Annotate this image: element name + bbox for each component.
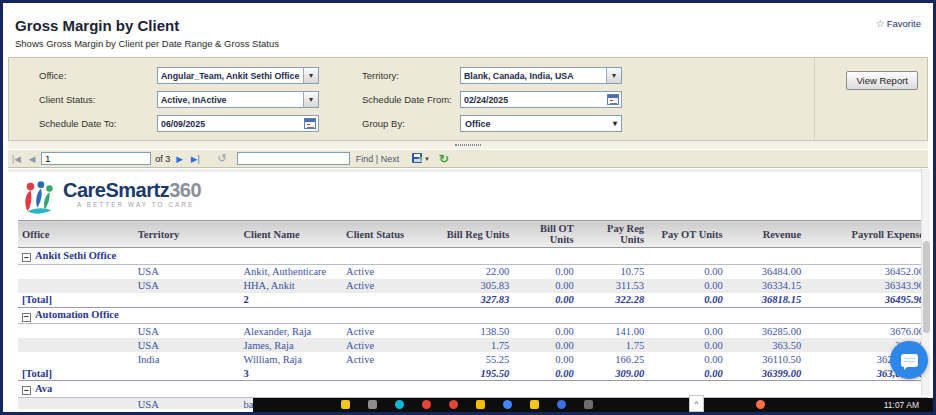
back-to-parent-icon[interactable]: ↺ xyxy=(218,152,227,165)
collapse-group-icon[interactable]: − xyxy=(22,253,31,262)
total-value-cell: 0.00 xyxy=(519,366,583,381)
total-value-cell: 309.00 xyxy=(584,366,654,381)
value-cell: 0.00 xyxy=(519,352,583,366)
group-header-row: −Ankit Sethi Office xyxy=(18,248,928,265)
schedule-date-from-input[interactable] xyxy=(461,92,605,107)
office-cell xyxy=(18,397,134,409)
first-page-icon[interactable]: |◀ xyxy=(12,154,21,164)
value-cell: 363.50 xyxy=(733,338,812,352)
schedule-date-from-field[interactable] xyxy=(460,91,622,108)
collapse-group-icon[interactable]: − xyxy=(22,313,31,322)
app-icon[interactable] xyxy=(449,400,458,409)
value-cell: 10.75 xyxy=(584,264,654,279)
brand-name: CareSmartz360 xyxy=(63,179,201,201)
value-cell: 0.00 xyxy=(519,338,583,352)
find-next-separator: | xyxy=(376,154,378,164)
app-icon[interactable] xyxy=(395,400,404,409)
group-total-row: [Total]3195.500.00309.000.0036399.00363,… xyxy=(18,366,928,381)
value-cell: 138.50 xyxy=(437,324,520,339)
page-title: Gross Margin by Client xyxy=(15,17,179,34)
territory-combobox[interactable]: ▾ xyxy=(460,67,622,84)
client-status-combobox[interactable]: ▾ xyxy=(157,91,319,108)
total-value-cell: 36399.00 xyxy=(733,366,812,381)
group-total-row: [Total]2327.830.00322.280.0036818.153649… xyxy=(18,293,928,308)
office-combobox[interactable]: ▾ xyxy=(157,67,319,84)
current-page-input[interactable] xyxy=(41,152,151,165)
group-by-select[interactable]: Office ▾ xyxy=(460,115,622,132)
office-input[interactable] xyxy=(158,68,303,83)
params-splitter[interactable] xyxy=(8,141,928,149)
client-row: USAAnkit, AuthenticareActive22.000.0010.… xyxy=(18,264,928,279)
splitter-handle-icon[interactable] xyxy=(455,144,481,146)
app-icon[interactable] xyxy=(476,400,485,409)
office-cell xyxy=(18,338,134,352)
scrollbar-thumb[interactable] xyxy=(923,241,930,333)
app-icon[interactable] xyxy=(557,400,566,409)
favorite-button[interactable]: ☆Favorite xyxy=(876,18,921,29)
total-value-cell: 322.28 xyxy=(584,293,654,308)
show-hidden-icons-button[interactable]: ^ xyxy=(689,395,704,412)
client-status-cell: Active xyxy=(342,279,437,293)
value-cell: 0.00 xyxy=(654,352,733,366)
panel-divider xyxy=(814,58,815,140)
client-status-cell xyxy=(342,366,437,381)
find-link[interactable]: Find xyxy=(356,154,374,164)
report-body: CareSmartz360 A BETTER WAY TO CARE Offic… xyxy=(8,169,928,409)
territory-input[interactable] xyxy=(461,68,606,83)
client-status-input[interactable] xyxy=(158,92,303,107)
find-next-link[interactable]: Next xyxy=(381,154,400,164)
next-page-icon[interactable]: ▶ xyxy=(176,154,183,164)
total-value-cell: 36818.15 xyxy=(733,293,812,308)
client-count-cell: 2 xyxy=(239,293,342,308)
find-text-input[interactable] xyxy=(237,152,350,165)
schedule-date-to-input[interactable] xyxy=(158,116,302,131)
refresh-icon[interactable]: ↻ xyxy=(439,152,449,166)
chevron-down-icon[interactable]: ▾ xyxy=(303,68,318,83)
value-cell: 0.00 xyxy=(654,338,733,352)
brand-suffix: 360 xyxy=(169,179,201,201)
save-disk-icon xyxy=(411,152,424,165)
column-header: Territory xyxy=(134,221,240,248)
chevron-down-icon[interactable]: ▾ xyxy=(606,68,621,83)
column-header: Client Status xyxy=(342,221,437,248)
windows-taskbar: ^ 11:07 AM xyxy=(253,398,933,412)
territory-cell: USA xyxy=(134,338,240,352)
tray-app-icon[interactable] xyxy=(756,400,765,409)
column-header: Payroll Expense xyxy=(811,221,928,248)
calendar-icon[interactable] xyxy=(302,116,318,131)
client-row: USAHHA, AnkitActive305.830.00311.530.003… xyxy=(18,279,928,293)
total-value-cell: 327.83 xyxy=(437,293,520,308)
page-count-label: of 3 xyxy=(155,154,170,164)
report-window: Gross Margin by Client Shows Gross Margi… xyxy=(0,0,936,415)
app-icon[interactable] xyxy=(584,400,593,409)
app-icon[interactable] xyxy=(341,400,350,409)
calendar-icon[interactable] xyxy=(605,92,621,107)
report-toolbar: |◀ ◀ of 3 ▶ ▶| ↺ Find | Next ▾ ↻ xyxy=(8,149,928,168)
value-cell: 0.00 xyxy=(654,279,733,293)
office-cell xyxy=(18,264,134,279)
group-name: Ava xyxy=(35,383,52,394)
territory-cell: USA xyxy=(134,397,240,409)
app-icon[interactable] xyxy=(530,400,539,409)
view-report-button[interactable]: View Report xyxy=(846,71,918,90)
column-header: Client Name xyxy=(239,221,342,248)
column-header: Revenue xyxy=(733,221,812,248)
previous-page-icon[interactable]: ◀ xyxy=(29,154,36,164)
chevron-down-icon[interactable]: ▾ xyxy=(303,92,318,107)
total-value-cell: 195.50 xyxy=(437,366,520,381)
column-header: Bill OT Units xyxy=(519,221,583,248)
export-button[interactable]: ▾ xyxy=(411,152,429,165)
app-icon[interactable] xyxy=(422,400,431,409)
last-page-icon[interactable]: ▶| xyxy=(191,154,200,164)
app-icon[interactable] xyxy=(503,400,512,409)
value-cell: 36484.00 xyxy=(733,264,812,279)
value-cell: 36343.90 xyxy=(811,279,928,293)
app-icon[interactable] xyxy=(368,400,377,409)
schedule-date-to-field[interactable] xyxy=(157,115,319,132)
territory-label: Territory: xyxy=(362,70,460,81)
chat-widget-button[interactable] xyxy=(890,341,928,379)
value-cell: 1.75 xyxy=(437,338,520,352)
client-status-cell: Active xyxy=(342,264,437,279)
collapse-group-icon[interactable]: − xyxy=(22,386,31,395)
group-by-value: Office xyxy=(465,119,491,129)
